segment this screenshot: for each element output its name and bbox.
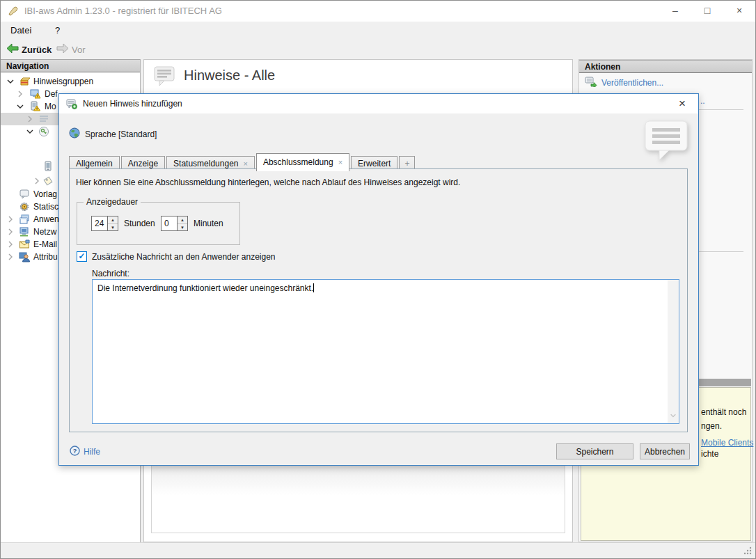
back-button[interactable]: Zurück: [6, 40, 52, 59]
forward-button[interactable]: Vor: [56, 40, 86, 59]
navigation-header: Navigation: [1, 59, 140, 72]
publish-label: Veröffentlichen...: [601, 78, 663, 88]
publish-icon: [585, 77, 597, 89]
spin-down-icon[interactable]: ▼: [108, 224, 118, 231]
add-hint-dialog: Neuen Hinweis hinzufügen × Sprache [Stan…: [58, 93, 699, 466]
envelope-icon: [19, 239, 30, 250]
note-text-fragment: ichte: [701, 449, 718, 459]
anzeigedauer-group-label: Anzeigedauer: [84, 197, 141, 207]
spin-up-icon[interactable]: ▲: [178, 216, 187, 224]
minimize-icon[interactable]: –: [659, 1, 691, 22]
status-bar: [1, 542, 755, 559]
window-title: IBI-aws Admin 1.23.0 - registriert für I…: [24, 1, 222, 22]
svg-text:?: ?: [73, 448, 77, 455]
hours-label: Stunden: [124, 219, 155, 228]
back-arrow-icon: [6, 43, 19, 56]
tab-close-icon[interactable]: ×: [243, 159, 247, 168]
chevron-right-icon[interactable]: [6, 215, 15, 223]
app-window: IBI-aws Admin 1.23.0 - registriert für I…: [0, 0, 756, 559]
content-preview-box: [151, 464, 565, 533]
page-title: Hinweise - Alle: [184, 68, 275, 84]
mobile-clients-link[interactable]: Mobile Clients: [701, 438, 753, 448]
menu-help[interactable]: ?: [51, 22, 64, 40]
phone-icon: [42, 161, 54, 172]
chevron-right-icon[interactable]: [33, 177, 41, 185]
save-button[interactable]: Speichern: [556, 443, 633, 459]
globe-icon: [69, 127, 80, 141]
toolbar: Zurück Vor: [1, 40, 755, 59]
language-selector[interactable]: Sprache [Standard]: [69, 127, 157, 141]
maximize-icon[interactable]: □: [691, 1, 723, 22]
tab-abschlussmeldung[interactable]: Abschlussmeldung×: [256, 153, 349, 171]
chevron-right-icon[interactable]: [6, 228, 15, 236]
tree-item-label: Netzw: [33, 227, 56, 237]
dialog-title-bar: Neuen Hinweis hinzufügen ×: [59, 94, 698, 113]
spin-up-icon[interactable]: ▲: [108, 216, 118, 224]
spin-down-icon[interactable]: ▼: [178, 224, 187, 231]
tree-item-hinweisgruppen[interactable]: Hinweisgruppen: [1, 75, 140, 88]
tab-label: Statusmeldungen: [173, 159, 238, 168]
forward-arrow-icon: [56, 43, 69, 56]
chevron-right-icon[interactable]: [6, 253, 15, 261]
message-text: Die Internetverdinung funktioniert wiede…: [97, 283, 314, 293]
note-text-fragment: ngen.: [701, 421, 722, 431]
tree-item-label: Mo: [45, 102, 56, 111]
speech-bubble-icon: [19, 189, 30, 200]
help-icon: ?: [70, 446, 80, 458]
action-link-fragment[interactable]: ..: [700, 96, 705, 106]
hours-stepper[interactable]: ▲ ▼: [108, 216, 118, 231]
additional-message-checkbox[interactable]: ✓: [77, 251, 87, 262]
forward-label: Vor: [72, 45, 86, 55]
scroll-down-icon[interactable]: [670, 411, 677, 421]
tab-label: Anzeige: [128, 159, 158, 168]
monitor-warning-icon: [30, 88, 41, 100]
language-label: Sprache [Standard]: [85, 129, 157, 139]
chevron-down-icon[interactable]: [16, 102, 24, 111]
back-label: Zurück: [22, 45, 52, 55]
actions-header: Aktionen: [579, 60, 752, 73]
tree-item-label: Hinweisgruppen: [33, 77, 93, 86]
textarea-scrollbar[interactable]: [668, 280, 679, 423]
resize-grip[interactable]: [743, 546, 753, 558]
hours-input[interactable]: 24: [91, 216, 108, 231]
minutes-label: Minuten: [194, 219, 223, 228]
add-tab-icon: +: [404, 159, 409, 168]
chevron-down-icon[interactable]: [6, 77, 15, 86]
publish-link[interactable]: Veröffentlichen...: [585, 77, 663, 89]
help-label: Hilfe: [84, 447, 100, 457]
chevron-down-icon[interactable]: [26, 127, 34, 136]
dialog-close-icon[interactable]: ×: [672, 96, 693, 111]
windows-stack-icon: [19, 214, 30, 225]
chevron-right-icon[interactable]: [26, 115, 34, 123]
tag-icon: [42, 175, 54, 187]
chevron-right-icon[interactable]: [6, 240, 15, 249]
additional-message-label: Zusätzliche Nachricht an den Anwender an…: [92, 252, 276, 262]
tree-item-label: Statisc: [33, 202, 58, 212]
menu-datei[interactable]: Datei: [6, 22, 36, 40]
dialog-title: Neuen Hinweis hinzufügen: [83, 94, 182, 113]
key-circle-icon: [38, 126, 49, 137]
user-icon: [19, 251, 30, 262]
text-caret: [313, 283, 314, 292]
tab-close-icon[interactable]: ×: [338, 158, 342, 166]
tree-item-label: Def: [45, 89, 58, 99]
title-bar: IBI-aws Admin 1.23.0 - registriert für I…: [1, 1, 755, 22]
tree-item-label: Anwen: [33, 214, 59, 224]
close-icon[interactable]: ×: [723, 1, 755, 22]
minutes-input[interactable]: 0: [161, 216, 178, 231]
cancel-button[interactable]: Abbrechen: [640, 443, 690, 459]
chevron-right-icon[interactable]: [16, 90, 24, 98]
tree-item-label: Vorlag: [33, 189, 57, 199]
menu-bar: Datei ?: [1, 22, 755, 40]
tab-label: Erweitert: [358, 159, 391, 168]
hints-bubble-icon: [154, 66, 176, 89]
device-warning-icon: [30, 101, 41, 112]
app-icon: [8, 6, 19, 17]
message-label: Nachricht:: [92, 269, 129, 278]
abschlussmeldung-tab-page: Hier können Sie eine Abschlussmeldung hi…: [69, 168, 688, 432]
minutes-stepper[interactable]: ▲ ▼: [178, 216, 188, 231]
help-link[interactable]: ? Hilfe: [70, 446, 100, 458]
gear-icon: [19, 201, 30, 212]
message-textarea[interactable]: Die Internetverdinung funktioniert wiede…: [92, 279, 679, 424]
note-lines-icon: [38, 113, 49, 125]
